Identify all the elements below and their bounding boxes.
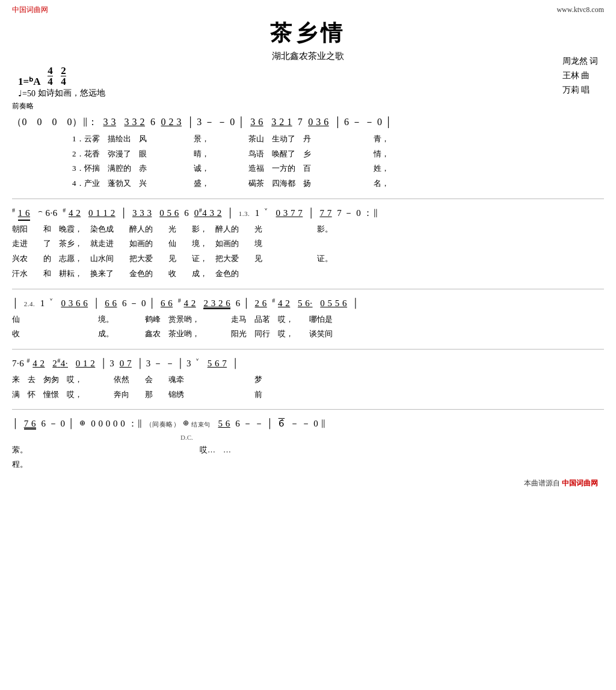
row-2: # 1 6 ⌢ 6·6 # 4 2 0 1 1 2 │ 3 3 3 0 5 6 … xyxy=(12,204,604,282)
lyrics-row-5: 萦。 哎… … 程。 xyxy=(12,443,604,472)
prelude-label: 前奏略 xyxy=(12,101,604,111)
footer-text: 本曲谱源自 xyxy=(524,478,560,488)
music-row-4: 7·6 # 4 2 2#4· 0 1 2 │ 3 0 7 │ 3 － － │ 3… xyxy=(12,354,604,372)
divider-3 xyxy=(12,349,604,350)
top-bar: 中国词曲网 www.ktvc8.com xyxy=(12,5,604,15)
music-row-3: │ 2.4. 1 ᵛ 0 3 6 6 │ 6 6 6 － 0 │ 6 6 # 4… xyxy=(12,294,604,312)
site-right: www.ktvc8.com xyxy=(556,5,604,14)
footer: 本曲谱源自 中国词曲网 xyxy=(12,478,604,488)
key-line: 1=ᵇA 4 4 2 4 xyxy=(18,66,604,88)
page-container: 中国词曲网 www.ktvc8.com 茶乡情 湖北鑫农茶业之歌 周龙然 词 王… xyxy=(0,0,616,501)
music-row-2: # 1 6 ⌢ 6·6 # 4 2 0 1 1 2 │ 3 3 3 0 5 6 … xyxy=(12,204,604,222)
dc-label: D.C. xyxy=(12,433,604,443)
divider-2 xyxy=(12,289,604,289)
author-lyrics: 周龙然 词 xyxy=(562,54,599,69)
music-row-1: （0 0 0 0）‖： 3 3 3 3 2 6 0 2 3 │ 3 － － 0 … xyxy=(12,112,604,132)
footer-site: 中国词曲网 xyxy=(562,478,598,488)
row-5: │ 7 6 6 － 0 │ ⊕ 0 0 0 0 0 ：‖ （间奏略） ⊕ 结束句… xyxy=(12,414,604,472)
author-block: 周龙然 词 王林 曲 万莉 唱 xyxy=(562,54,599,97)
row-1: 前奏略 （0 0 0 0）‖： 3 3 3 3 2 6 0 2 3 │ 3 － … xyxy=(12,101,604,191)
subtitle: 湖北鑫农茶业之歌 xyxy=(12,51,604,62)
lyrics-row-1: 1．云雾 描绘出 风 景， 茶山 生动了 丹 青， 2．花香 弥漫了 眼 晴， … xyxy=(12,132,604,191)
row-3: │ 2.4. 1 ᵛ 0 3 6 6 │ 6 6 6 － 0 │ 6 6 # 4… xyxy=(12,294,604,342)
author-music: 王林 曲 xyxy=(562,69,599,83)
divider-4 xyxy=(12,409,604,410)
author-singer: 万莉 唱 xyxy=(562,83,599,97)
lyrics-row-3: 仙 境。 鹤峰 赏景哟， 走马 品茗 哎， 哪怕是 收 成。 鑫农 茶业哟， 阳… xyxy=(12,312,604,342)
key-block: 1=ᵇA 4 4 2 4 ♩=50 如诗如画，悠远地 xyxy=(18,66,604,99)
tempo-line: ♩=50 如诗如画，悠远地 xyxy=(18,88,604,99)
row-4: 7·6 # 4 2 2#4· 0 1 2 │ 3 0 7 │ 3 － － │ 3… xyxy=(12,354,604,402)
music-row-5: │ 7 6 6 － 0 │ ⊕ 0 0 0 0 0 ：‖ （间奏略） ⊕ 结束句… xyxy=(12,414,604,433)
site-left: 中国词曲网 xyxy=(12,5,48,15)
subtitle-text: 湖北鑫农茶业之歌 xyxy=(272,51,344,62)
main-title: 茶乡情 xyxy=(12,19,604,48)
divider-1 xyxy=(12,199,604,199)
lyrics-row-2: 朝阳 和 晚霞， 染色成 醉人的 光 影， 醉人的 光 影。 走进 了 茶乡， … xyxy=(12,222,604,282)
score-area: 前奏略 （0 0 0 0）‖： 3 3 3 3 2 6 0 2 3 │ 3 － … xyxy=(12,101,604,472)
lyrics-row-4: 来 去 匆匆 哎， 依然 会 魂牵 梦 满 怀 憧憬 哎， 奔向 那 锦绣 前 xyxy=(12,372,604,402)
